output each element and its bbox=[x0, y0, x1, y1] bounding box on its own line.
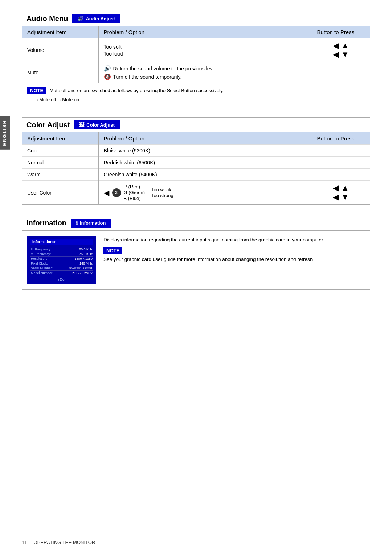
mute-diagram: →Mute off →Mute on — bbox=[34, 97, 365, 102]
information-content: Informationen H. Frequency: 80.0 KHz V. … bbox=[22, 231, 370, 289]
audio-table-header: Adjustment Item Problem / Option Button … bbox=[22, 26, 370, 38]
screen-row-resolution: Resolution: 1680 x 1050 bbox=[30, 257, 93, 261]
mute-item: Mute bbox=[22, 62, 98, 83]
information-section: Information ℹ Information Informationen … bbox=[22, 216, 370, 290]
audio-note-badge: NOTE bbox=[27, 87, 46, 94]
user-color-button: ◀ ▲ ◀ ▼ bbox=[312, 181, 370, 204]
too-weak-text: Too weak bbox=[151, 187, 173, 192]
audio-col-item: Adjustment Item bbox=[22, 26, 98, 38]
audio-note-text: Mute off and on are switched as follows … bbox=[50, 88, 224, 93]
audio-menu-section: Audio Menu 🔊 Audio Adjust Adjustment Ite… bbox=[22, 11, 370, 106]
user-color-arrow-up: ◀ ▲ bbox=[333, 184, 349, 192]
screen-row-hfreq: H. Frequency: 80.0 KHz bbox=[30, 247, 93, 252]
audio-col-button: Button to Press bbox=[312, 26, 370, 38]
screen-row-vfreq: V. Frequency: 75.0 KHz bbox=[30, 252, 93, 257]
footer-page: 11 bbox=[22, 540, 27, 545]
mute-on-text: Return the sound volume to the previous … bbox=[113, 66, 218, 71]
screen-rows: H. Frequency: 80.0 KHz V. Frequency: 75.… bbox=[30, 247, 93, 275]
color-adjust-badge: 🖼 Color Adjust bbox=[74, 120, 120, 129]
table-row: User Color ◀ 2 R (Red) G (Green) B (Blue… bbox=[22, 181, 370, 204]
audio-adjust-badge: 🔊 Audio Adjust bbox=[72, 14, 120, 23]
info-badge-label: Information bbox=[80, 220, 106, 226]
table-row: Cool Bluish white (9300K) bbox=[22, 145, 370, 157]
mute-buttons bbox=[312, 62, 370, 83]
user-color-item: User Color bbox=[22, 181, 98, 204]
info-note-badge: NOTE bbox=[103, 247, 122, 254]
normal-problem: Reddish white (6500K) bbox=[98, 157, 312, 169]
volume-item: Volume bbox=[22, 38, 98, 62]
audio-note: NOTE Mute off and on are switched as fol… bbox=[22, 83, 370, 106]
mute-problem: 🔊 Return the sound volume to the previou… bbox=[98, 62, 312, 83]
screen-row-serial: Serial Number: 0598381300001 bbox=[30, 266, 93, 271]
screen-exit: i Exit bbox=[30, 278, 93, 281]
color-badge-icon: 🖼 bbox=[79, 122, 84, 128]
table-row: Normal Reddish white (6500K) bbox=[22, 157, 370, 169]
screen-row-pixelclock: Pixel Clock: 146 MHz bbox=[30, 261, 93, 266]
info-screenshot: Informationen H. Frequency: 80.0 KHz V. … bbox=[27, 236, 96, 284]
user-color-circle: 2 bbox=[112, 188, 121, 197]
information-description: Displays information regarding the curre… bbox=[103, 236, 324, 244]
color-col-item: Adjustment Item bbox=[22, 132, 98, 145]
normal-button bbox=[312, 157, 370, 169]
volume-buttons: ◀ ▲ ◀ ▼ bbox=[312, 38, 370, 62]
color-table-header: Adjustment Item Problem / Option Button … bbox=[22, 132, 370, 145]
normal-item: Normal bbox=[22, 157, 98, 169]
user-color-left-arrow: ◀ bbox=[104, 188, 109, 197]
mute-off-icon: 🔇 bbox=[104, 73, 111, 80]
color-adjust-title-row: Color Adjust 🖼 Color Adjust bbox=[22, 118, 370, 132]
info-badge-icon: ℹ bbox=[76, 220, 78, 226]
color-adjust-section: Color Adjust 🖼 Color Adjust Adjustment I… bbox=[22, 117, 370, 204]
audio-col-problem: Problem / Option bbox=[98, 26, 312, 38]
arrow-left-down: ◀ ▼ bbox=[333, 50, 349, 59]
information-note: NOTE See your graphic card user guide fo… bbox=[103, 247, 324, 263]
too-soft-text: Too soft bbox=[104, 44, 307, 50]
footer-label: OPERATING THE MONITOR bbox=[34, 540, 95, 545]
audio-badge-label: Audio Adjust bbox=[86, 16, 115, 21]
color-adjust-title: Color Adjust bbox=[26, 121, 70, 129]
information-note-text: See your graphic card user guide for mor… bbox=[103, 255, 324, 263]
cool-item: Cool bbox=[22, 145, 98, 157]
green-label: G (Green) bbox=[124, 190, 145, 195]
user-color-arrow-down: ◀ ▼ bbox=[333, 193, 349, 201]
information-title: Information bbox=[26, 219, 66, 227]
footer: 11 OPERATING THE MONITOR bbox=[22, 540, 95, 545]
cool-problem: Bluish white (9300K) bbox=[98, 145, 312, 157]
red-label: R (Red) bbox=[124, 184, 145, 189]
arrow-left-up: ◀ ▲ bbox=[333, 41, 349, 50]
cool-button bbox=[312, 145, 370, 157]
mute-on-icon: 🔊 bbox=[104, 65, 111, 72]
information-description-block: Displays information regarding the curre… bbox=[103, 236, 324, 284]
english-label: ENGLISH bbox=[0, 116, 10, 150]
screen-title: Informationen bbox=[30, 239, 93, 245]
table-row: Warm Greenish white (5400K) bbox=[22, 169, 370, 181]
color-table: Adjustment Item Problem / Option Button … bbox=[22, 132, 370, 204]
warm-problem: Greenish white (5400K) bbox=[98, 169, 312, 181]
color-badge-label: Color Adjust bbox=[86, 122, 115, 128]
blue-label: B (Blue) bbox=[124, 196, 145, 201]
volume-problem: Too soft Too loud bbox=[98, 38, 312, 62]
table-row: Volume Too soft Too loud ◀ ▲ ◀ ▼ bbox=[22, 38, 370, 62]
warm-item: Warm bbox=[22, 169, 98, 181]
warm-button bbox=[312, 169, 370, 181]
screen-row-model: Model Number: PLE2207WSV bbox=[30, 271, 93, 275]
table-row: Mute 🔊 Return the sound volume to the pr… bbox=[22, 62, 370, 83]
too-loud-text: Too loud bbox=[104, 51, 307, 57]
too-strong-text: Too strong bbox=[151, 193, 173, 198]
audio-menu-title-row: Audio Menu 🔊 Audio Adjust bbox=[22, 11, 370, 26]
information-title-row: Information ℹ Information bbox=[22, 216, 370, 231]
color-col-button: Button to Press bbox=[312, 132, 370, 145]
color-col-problem: Problem / Option bbox=[98, 132, 312, 145]
audio-badge-icon: 🔊 bbox=[77, 16, 83, 21]
user-color-problem: ◀ 2 R (Red) G (Green) B (Blue) Too weak … bbox=[98, 181, 312, 204]
audio-table: Adjustment Item Problem / Option Button … bbox=[22, 26, 370, 83]
audio-menu-title: Audio Menu bbox=[26, 15, 68, 23]
information-badge: ℹ Information bbox=[71, 219, 111, 228]
mute-off-text: Turn off the sound temporarily. bbox=[113, 74, 182, 80]
